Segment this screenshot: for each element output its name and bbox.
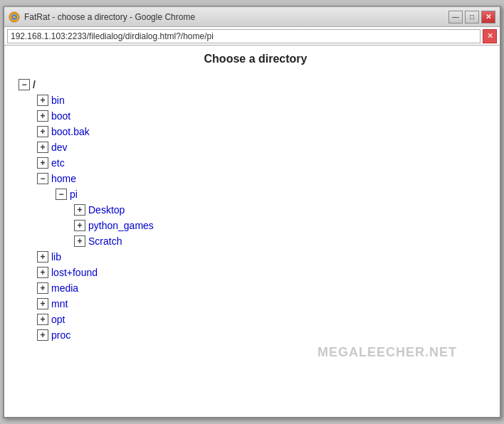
address-input[interactable] [7,29,481,43]
svg-point-2 [13,16,16,18]
tree-node-opt: + opt [37,312,493,327]
expand-root[interactable]: − [19,79,30,90]
expand-lostfound[interactable]: + [37,267,48,278]
node-label-lib[interactable]: lib [51,249,61,265]
expand-bin[interactable]: + [37,95,48,106]
tree-node-dev: + dev [37,139,493,155]
node-row-lostfound[interactable]: + lost+found [37,265,493,280]
tree-node-root: − / + bin + boot [19,77,493,343]
expand-dev[interactable]: + [37,142,48,153]
node-label-media[interactable]: media [51,280,78,296]
title-bar: FatRat - choose a directory - Google Chr… [4,7,500,27]
node-row-opt[interactable]: + opt [37,312,493,327]
tree-node-lib: + lib [37,249,493,265]
node-label-boot[interactable]: boot [51,108,70,124]
node-row-proc[interactable]: + proc [37,327,493,343]
node-row-home[interactable]: − home [37,171,493,186]
node-label-proc[interactable]: proc [51,327,70,343]
node-row-boot[interactable]: + boot [37,108,493,124]
tree-node-boot: + boot [37,108,493,124]
node-label-scratch[interactable]: Scratch [88,233,122,249]
page-title: Choose a directory [19,53,493,65]
expand-media[interactable]: + [37,282,48,294]
window-controls: — □ ✕ [448,11,495,23]
node-label-mnt[interactable]: mnt [51,296,68,312]
node-row-etc[interactable]: + etc [37,155,493,171]
expand-boot[interactable]: + [37,110,48,122]
tree-node-mnt: + mnt [37,296,493,312]
node-row-bootbak[interactable]: + boot.bak [37,124,493,139]
node-label-opt[interactable]: opt [51,312,65,327]
expand-python-games[interactable]: + [74,220,85,231]
address-clear-button[interactable]: ✕ [483,29,497,43]
tree-node-media: + media [37,280,493,296]
node-row-mnt[interactable]: + mnt [37,296,493,312]
expand-pi[interactable]: − [56,189,67,200]
expand-lib[interactable]: + [37,251,48,263]
node-label-lostfound[interactable]: lost+found [51,265,98,280]
expand-desktop[interactable]: + [74,204,85,216]
expand-home[interactable]: − [37,173,48,184]
directory-tree[interactable]: Choose a directory − / + bin [4,46,500,417]
window-title: FatRat - choose a directory - Google Chr… [24,12,448,22]
close-button[interactable]: ✕ [481,11,495,23]
node-label-dev[interactable]: dev [51,139,68,155]
node-row-lib[interactable]: + lib [37,249,493,265]
expand-opt[interactable]: + [37,314,48,325]
node-row-python-games[interactable]: + python_games [74,218,493,233]
tree-node-scratch: + Scratch [74,233,493,249]
tree-node-home: − home − pi [37,171,493,249]
pi-children: + Desktop + python_games [56,202,493,249]
node-row-dev[interactable]: + dev [37,139,493,155]
tree-node-proc: + proc [37,327,493,343]
node-label-pi[interactable]: pi [70,186,78,202]
minimize-button[interactable]: — [448,11,463,23]
node-label-bin[interactable]: bin [51,92,65,108]
tree-node-bootbak: + boot.bak [37,124,493,139]
tree-node-pi: − pi + Desktop [56,186,493,249]
node-label-python-games[interactable]: python_games [88,218,154,233]
browser-icon [9,11,20,23]
tree-node-desktop: + Desktop [74,202,493,218]
node-row-desktop[interactable]: + Desktop [74,202,493,218]
home-children: − pi + Desktop [37,186,493,249]
node-label-root[interactable]: / [33,77,36,92]
node-row-bin[interactable]: + bin [37,92,493,108]
node-label-home[interactable]: home [51,171,76,186]
expand-proc[interactable]: + [37,329,48,341]
node-row-root[interactable]: − / [19,77,493,92]
node-row-media[interactable]: + media [37,280,493,296]
tree-node-bin: + bin [37,92,493,108]
node-row-pi[interactable]: − pi [56,186,493,202]
content-area: Choose a directory − / + bin [4,46,500,417]
expand-mnt[interactable]: + [37,298,48,309]
tree-node-python-games: + python_games [74,218,493,233]
node-label-desktop[interactable]: Desktop [88,202,125,218]
node-label-etc[interactable]: etc [51,155,65,171]
browser-window: FatRat - choose a directory - Google Chr… [3,6,501,418]
root-children: + bin + boot + [19,92,493,343]
expand-etc[interactable]: + [37,157,48,169]
tree-node-etc: + etc [37,155,493,171]
maximize-button[interactable]: □ [465,11,479,23]
address-bar: ✕ [4,27,500,46]
expand-bootbak[interactable]: + [37,126,48,137]
node-row-scratch[interactable]: + Scratch [74,233,493,249]
node-label-bootbak[interactable]: boot.bak [51,124,90,139]
expand-scratch[interactable]: + [74,235,85,247]
tree-node-lostfound: + lost+found [37,265,493,280]
